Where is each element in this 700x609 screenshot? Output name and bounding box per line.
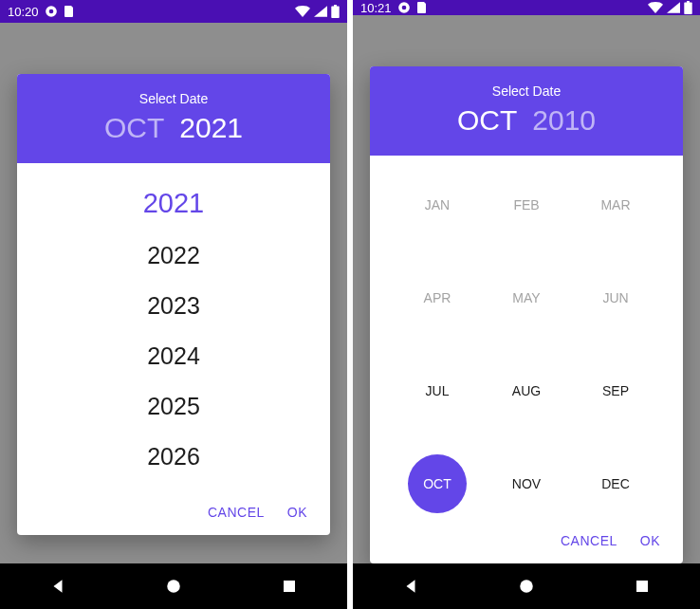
status-time: 10:21 [360, 1, 392, 15]
month-cell[interactable]: FEB [482, 178, 571, 231]
signal-icon [667, 2, 680, 13]
cancel-button[interactable]: CANCEL [208, 505, 265, 520]
signal-icon [314, 6, 327, 17]
wifi-icon [648, 2, 663, 13]
date-picker-dialog: Select Date OCT 2010 JANFEBMARAPRMAYJUNJ… [370, 66, 683, 563]
cancel-button[interactable]: CANCEL [561, 533, 617, 548]
nav-recent-button[interactable] [619, 563, 665, 609]
nav-home-button[interactable] [504, 563, 549, 609]
status-right [648, 1, 692, 14]
ok-button[interactable]: OK [287, 505, 307, 520]
dialog-header-date: OCT 2010 [370, 104, 683, 137]
month-cell[interactable]: AUG [482, 364, 571, 417]
month-cell[interactable]: MAY [482, 271, 571, 324]
dialog-wrap: Select Date OCT 2010 JANFEBMARAPRMAYJUNJ… [353, 15, 700, 563]
month-cell[interactable]: JUN [571, 271, 660, 324]
header-month[interactable]: OCT [104, 112, 164, 144]
nav-recent-button[interactable] [267, 563, 312, 609]
dialog-footer: CANCEL OK [370, 522, 683, 563]
month-label: OCT [423, 476, 451, 491]
svg-point-2 [167, 580, 180, 593]
svg-point-1 [48, 9, 53, 14]
month-cell[interactable]: JAN [393, 178, 482, 231]
year-item[interactable]: 2021 [17, 176, 330, 231]
nav-back-button[interactable] [388, 563, 433, 609]
status-time: 10:20 [8, 5, 39, 19]
month-label: APR [424, 290, 451, 305]
dialog-wrap: Select Date OCT 2021 2021202220232024202… [0, 23, 347, 563]
month-label: SEP [602, 383, 629, 398]
debug-icon [397, 1, 411, 14]
month-label: JUN [602, 290, 628, 305]
nav-back-button[interactable] [35, 563, 81, 609]
header-month[interactable]: OCT [457, 104, 517, 137]
month-label: MAR [600, 197, 630, 212]
month-cell[interactable]: DEC [571, 457, 660, 510]
month-cell[interactable]: NOV [482, 457, 571, 510]
dialog-header-title: Select Date [17, 91, 330, 106]
month-cell[interactable]: JUL [393, 364, 482, 417]
month-label: NOV [512, 476, 541, 491]
month-cell[interactable]: OCT [393, 457, 482, 510]
year-item[interactable]: 2025 [17, 381, 330, 432]
year-item[interactable]: 2024 [17, 331, 330, 381]
status-left: 10:21 [360, 1, 426, 15]
month-cell[interactable]: MAR [571, 178, 660, 231]
screen-year-picker: 10:20 Select Date OCT 2021 2021202220232… [0, 0, 347, 609]
sdcard-icon [64, 5, 73, 18]
debug-icon [45, 5, 58, 18]
date-picker-dialog: Select Date OCT 2021 2021202220232024202… [17, 74, 330, 535]
header-year[interactable]: 2010 [532, 104, 596, 137]
status-bar: 10:20 [0, 0, 347, 23]
dialog-header-date: OCT 2021 [17, 112, 330, 144]
month-grid: JANFEBMARAPRMAYJUNJULAUGSEPOCTNOVDEC [370, 156, 683, 522]
sdcard-icon [416, 1, 426, 14]
wifi-icon [295, 6, 310, 17]
dialog-footer: CANCEL OK [17, 493, 330, 535]
ok-button[interactable]: OK [640, 533, 660, 548]
month-cell[interactable]: SEP [571, 364, 660, 417]
month-label: FEB [513, 197, 539, 212]
screen-month-picker: 10:21 Select Date OCT 2010 JANFEBMARAPRM… [353, 0, 700, 609]
svg-rect-7 [636, 581, 648, 592]
nav-bar [0, 563, 347, 609]
svg-rect-3 [284, 581, 295, 592]
dialog-header: Select Date OCT 2010 [370, 66, 683, 156]
year-item[interactable]: 2023 [17, 281, 330, 331]
year-item[interactable]: 2026 [17, 432, 330, 482]
month-label: JAN [425, 197, 450, 212]
header-year[interactable]: 2021 [179, 112, 243, 144]
month-label: JUL [426, 383, 450, 398]
status-bar: 10:21 [353, 0, 700, 15]
svg-point-5 [401, 6, 406, 10]
status-right [295, 5, 340, 18]
year-list[interactable]: 202120222023202420252026 [17, 163, 330, 493]
battery-icon [331, 5, 340, 18]
month-label: MAY [512, 290, 540, 305]
status-left: 10:20 [8, 5, 73, 19]
svg-point-6 [520, 580, 533, 593]
dialog-header-title: Select Date [370, 83, 683, 99]
month-label: DEC [601, 476, 630, 491]
year-item[interactable]: 2022 [17, 231, 330, 281]
month-cell[interactable]: APR [393, 271, 482, 324]
month-label: AUG [512, 383, 541, 398]
dialog-header: Select Date OCT 2021 [17, 74, 330, 163]
nav-home-button[interactable] [151, 563, 196, 609]
nav-bar [353, 563, 700, 609]
battery-icon [684, 1, 692, 14]
